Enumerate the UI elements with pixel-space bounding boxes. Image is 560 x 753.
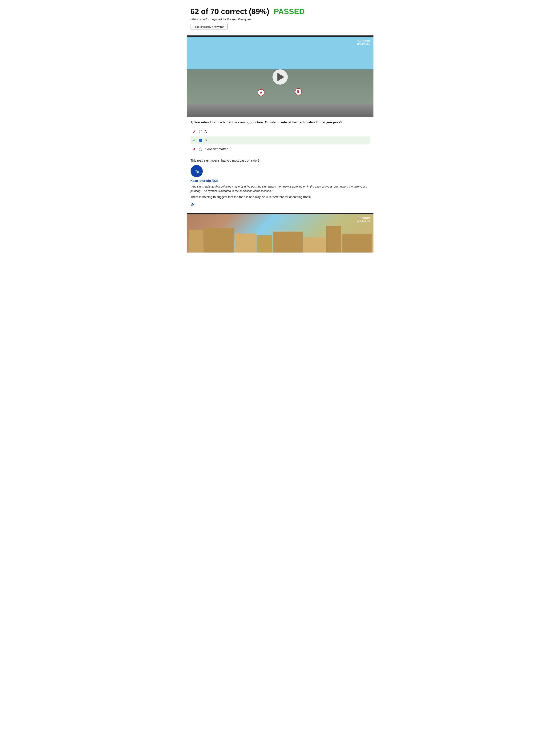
keep-left-right-sign: ↘: [193, 167, 201, 175]
requirement-text: 80% correct is required for the real the…: [191, 18, 369, 21]
second-image-section: KÖRKORTONLINE.SE: [187, 214, 374, 253]
building-2: [204, 228, 234, 253]
radio-c: [199, 147, 202, 151]
building-6: [303, 237, 326, 253]
explanation-section: This road sign means that you must pass …: [191, 156, 369, 208]
watermark: KÖRKORTONLINE.SE: [357, 39, 370, 46]
wrong-mark-a: ✗: [193, 130, 197, 134]
extra-text: There is nothing to suggest that the roa…: [191, 195, 369, 199]
video-placeholder[interactable]: KÖRKORTONLINE.SE A B: [187, 37, 374, 117]
question-text: 1) You intend to turn left at the coming…: [191, 120, 369, 124]
score-line: 62 of 70 correct (89%) PASSED: [191, 7, 369, 16]
building-7: [326, 226, 341, 253]
building-1: [188, 230, 203, 253]
question-number: 1): [191, 120, 194, 124]
wrong-mark-c: ✗: [193, 147, 197, 151]
header-section: 62 of 70 correct (89%) PASSED 80% correc…: [191, 4, 369, 32]
answer-row-b[interactable]: ✓ B: [191, 136, 369, 144]
correct-mark-b: ✓: [193, 138, 197, 142]
question-section: 1) You intend to turn left at the coming…: [191, 117, 369, 156]
sign-quote: "The signs indicate that vehicles may on…: [191, 184, 369, 193]
label-b-marker: B: [295, 88, 302, 95]
radio-a: [199, 130, 202, 133]
passed-badge: PASSED: [274, 7, 305, 16]
second-watermark: KÖRKORTONLINE.SE: [357, 217, 370, 223]
label-a-marker: A: [258, 89, 264, 96]
question-body: You intend to turn left at the coming ju…: [194, 120, 342, 124]
sign-icon: ↘: [191, 165, 203, 177]
building-shapes: [187, 222, 374, 253]
answer-label-c: It doesn't matter.: [205, 147, 228, 151]
video-container[interactable]: KÖRKORTONLINE.SE A B: [187, 37, 374, 117]
answer-label-b: B: [205, 139, 207, 142]
second-video-placeholder[interactable]: KÖRKORTONLINE.SE: [187, 214, 374, 253]
building-8: [342, 234, 372, 253]
building-4: [257, 235, 272, 253]
section-top-divider: [187, 36, 374, 37]
answer-row-c[interactable]: ✗ It doesn't matter.: [191, 145, 369, 153]
play-button[interactable]: [273, 70, 288, 85]
answer-row-a[interactable]: ✗ A: [191, 128, 369, 136]
audio-button[interactable]: 🔈: [191, 202, 195, 206]
building-3: [235, 234, 257, 253]
radio-b: [199, 139, 202, 142]
section-bottom-divider: [187, 213, 374, 214]
play-icon: [277, 73, 284, 81]
answer-label-a: A: [205, 130, 207, 134]
blur-strip: [187, 104, 374, 117]
svg-text:↘: ↘: [194, 168, 199, 174]
sign-link[interactable]: Keep left/right (D2): [191, 179, 369, 183]
score-text: 62 of 70 correct (89%): [191, 7, 269, 16]
building-5: [273, 232, 303, 253]
hide-correctly-answered-button[interactable]: Hide correctly answered: [191, 24, 228, 30]
explanation-intro: This road sign means that you must pass …: [191, 159, 369, 162]
